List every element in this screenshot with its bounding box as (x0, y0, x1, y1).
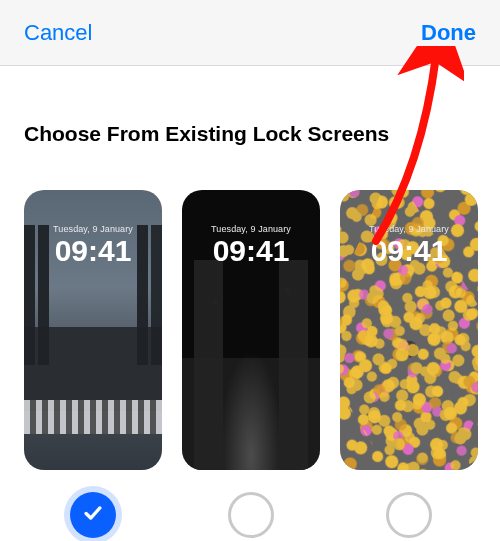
navbar: Cancel Done (0, 0, 500, 66)
content: Choose From Existing Lock Screens Tuesda… (0, 66, 500, 538)
selection-radio-unchecked[interactable] (386, 492, 432, 538)
lock-screen-time: 09:41 (24, 234, 162, 268)
lock-screen-time: 09:41 (182, 234, 320, 268)
lock-screen-date: Tuesday, 9 January (340, 224, 478, 234)
done-button[interactable]: Done (421, 20, 476, 46)
lock-screen-item: Tuesday, 9 January 09:41 (182, 190, 320, 538)
lock-screen-item: Tuesday, 9 January 09:41 (24, 190, 162, 538)
lock-screen-thumbnail[interactable]: Tuesday, 9 January 09:41 (340, 190, 478, 470)
lock-screen-time: 09:41 (340, 234, 478, 268)
lock-screen-thumbnail[interactable]: Tuesday, 9 January 09:41 (182, 190, 320, 470)
selection-radio-unchecked[interactable] (228, 492, 274, 538)
check-icon (82, 502, 104, 528)
lock-screen-date: Tuesday, 9 January (24, 224, 162, 234)
lock-screen-list: Tuesday, 9 January 09:41 Tuesday, 9 Janu… (24, 190, 476, 538)
cancel-button[interactable]: Cancel (24, 20, 92, 46)
lock-screen-date: Tuesday, 9 January (182, 224, 320, 234)
section-title: Choose From Existing Lock Screens (24, 122, 476, 146)
selection-radio-checked[interactable] (70, 492, 116, 538)
lock-screen-item: Tuesday, 9 January 09:41 (340, 190, 478, 538)
lock-screen-thumbnail[interactable]: Tuesday, 9 January 09:41 (24, 190, 162, 470)
